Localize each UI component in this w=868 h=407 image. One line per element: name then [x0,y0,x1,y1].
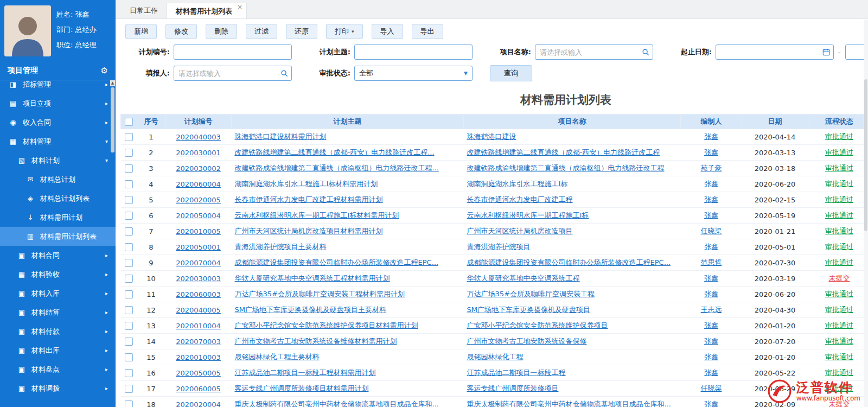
toolbar-button-export[interactable]: 导出 [412,24,443,39]
tab-0[interactable]: 日常工作 [121,3,167,18]
plan-topic-link[interactable]: SM广场地下车库更换摄像机及硬盘项目主要材料 [235,306,386,314]
sidebar-scrollbar-thumb[interactable] [111,87,114,152]
toolbar-button-delete[interactable]: 删除 [206,24,237,39]
plan-topic-link[interactable]: 广州市天河区统计局机房改造项目材料需用计划 [235,227,383,235]
search-icon[interactable] [280,69,288,77]
author-link[interactable]: 王志远 [701,306,722,314]
search-icon[interactable] [642,48,649,56]
project-name-link[interactable]: 珠海鹤港口建设 [467,132,516,141]
sidebar-item-8[interactable]: ▥材料需用计划列表 [0,227,116,246]
column-header-6[interactable]: 流程状态 [808,115,868,129]
project-name-link[interactable]: 广州市天河区统计局机房改造项目 [467,227,573,235]
plan-topic-link[interactable]: 珠海鹤港口建设材料需用计划 [235,132,327,141]
author-link[interactable]: 张鑫 [704,368,718,377]
sidebar-item-7[interactable]: ↓材料需用计划 [0,208,116,227]
row-checkbox[interactable] [125,369,133,377]
sidebar-item-15[interactable]: ▣材料盘点▸ [0,360,116,379]
plan-topic-link[interactable]: 改建铁路成渝线增建第二直通线（成渝枢纽）电力线路迁改工程... [235,164,439,172]
plan-no-link[interactable]: 2020030002 [176,164,221,173]
plan-no-link[interactable]: 2020060003 [176,290,221,298]
column-header-5[interactable]: 日期 [742,115,808,129]
project-name-link[interactable]: 华软大厦研究基地中央空调系统工程 [467,274,580,282]
query-button[interactable]: 查询 [490,65,532,81]
project-name-link[interactable]: 长春市伊通河水力发电厂改建工程 [467,195,573,204]
author-link[interactable]: 张鑫 [704,400,718,407]
row-checkbox[interactable] [125,353,133,361]
plan-no-link[interactable]: 2020040005 [176,306,221,314]
row-checkbox[interactable] [125,400,133,407]
author-link[interactable]: 张鑫 [704,211,718,219]
select-all-checkbox[interactable] [125,118,133,126]
column-header-2[interactable]: 计划主题 [232,115,464,129]
plan-no-link[interactable]: 2020040003 [176,133,221,141]
plan-no-link[interactable]: 2020060004 [176,180,221,188]
project-name-link[interactable]: 湖南洞庭湖水库引水工程施工Ⅰ标 [467,180,568,188]
scroll-up-icon[interactable]: ▲ [110,80,115,86]
plan-topic-link[interactable]: 江苏成品油二期项目一标段工程材料需用计划 [235,368,376,377]
status-link[interactable]: 审批通过 [825,211,853,219]
plan-topic-link[interactable]: 长春市伊通河水力发电厂改建工程材料需用计划 [235,195,383,204]
toolbar-button-print[interactable]: 打印▾ [326,24,363,39]
row-checkbox[interactable] [125,338,133,346]
date-from-input[interactable] [716,44,834,60]
status-link[interactable]: 审批通过 [825,306,853,314]
plan-topic-link[interactable]: 成都能源建设集团投资有限公司临时办公场所装修改造工程EPC... [235,258,439,266]
author-link[interactable]: 张鑫 [704,132,718,141]
plan-topic-link[interactable]: 青海洪湖养护院项目主要材料 [235,243,327,251]
sidebar-item-0[interactable]: ◨招标管理▸ [0,75,116,94]
row-checkbox[interactable] [125,180,133,188]
plan-topic-link[interactable]: 重庆太极制药有限公司亳州中药材仓储物流基地项目成品仓库和... [235,400,439,407]
status-link[interactable]: 审批通过 [825,258,853,266]
sidebar-item-11[interactable]: ▣材料入库▸ [0,284,116,303]
plan-topic-link[interactable]: 华软大厦研究基地中央空调系统工程材料需用计划 [235,274,390,282]
project-name-link[interactable]: 重庆太极制药有限公司亳州中药材仓储物流基地项目成品仓库和... [467,400,671,407]
author-link[interactable]: 张鑫 [704,353,718,361]
row-checkbox[interactable] [125,290,133,298]
plan-topic-link[interactable]: 客运专线广州调度所装修项目材料需用计划 [235,384,369,392]
gear-icon[interactable]: ⚙ [101,66,108,75]
author-link[interactable]: 张鑫 [704,290,718,298]
status-link[interactable]: 审批通过 [825,148,853,156]
plan-no-link[interactable]: 2020070003 [176,338,221,346]
project-name-input[interactable] [535,44,653,60]
reporter-input[interactable] [174,66,292,81]
project-name-link[interactable]: 客运专线广州调度所装修项目 [467,384,559,392]
plan-topic-link[interactable]: 广安邓小平纪念馆安全防范系统维护保养项目材料需用计划 [235,321,418,329]
plan-no-link[interactable]: 2020060005 [176,385,221,393]
plan-no-link[interactable]: 2020070004 [176,259,221,267]
main-scrollbar[interactable] [864,20,868,407]
status-link[interactable]: 审批通过 [825,368,853,377]
row-checkbox[interactable] [125,164,133,173]
row-checkbox[interactable] [125,133,133,141]
column-header-1[interactable]: 计划编号 [165,115,232,129]
project-name-link[interactable]: 青海洪湖养护院项目 [467,243,531,251]
sidebar-scrollbar[interactable]: ▲ [110,80,115,407]
author-link[interactable]: 范思哲 [701,258,722,266]
status-link[interactable]: 审批通过 [825,290,853,298]
sidebar-item-2[interactable]: ◉收入合同▸ [0,113,116,132]
tab-1[interactable]: 材料需用计划列表× [167,3,247,18]
sidebar-item-14[interactable]: ▣材料出库▸ [0,341,116,360]
author-link[interactable]: 苑子豪 [701,164,722,172]
plan-topic-link[interactable]: 云南水利枢纽潜明水库一期工程施工Ⅰ标材料需用计划 [235,211,399,219]
row-checkbox[interactable] [125,243,133,251]
column-header-4[interactable]: 编制人 [681,115,742,129]
sidebar-item-12[interactable]: ▣材料结算▸ [0,303,116,322]
column-header-0[interactable]: 序号 [137,115,165,129]
status-link[interactable]: 审批通过 [825,164,853,172]
row-checkbox[interactable] [125,212,133,220]
plan-topic-input[interactable] [354,44,473,60]
project-name-link[interactable]: 广州市文物考古工地安防系统设备保修 [467,337,587,345]
sidebar-item-5[interactable]: ✉材料总计划 [0,170,116,189]
project-name-link[interactable]: 晟铭园林绿化工程 [467,353,524,361]
status-link[interactable]: 审批通过 [825,180,853,188]
row-checkbox[interactable] [125,306,133,314]
plan-topic-link[interactable]: 改建铁路线增建第二线直通线（成都-西安）电力线路迁改工程... [235,148,435,156]
status-link[interactable]: 审批通过 [825,132,853,141]
status-link[interactable]: 审批通过 [825,243,853,251]
project-name-link[interactable]: 云南水利枢纽潜明水库一期工程施工Ⅰ标 [467,211,589,219]
plan-topic-link[interactable]: 晟铭园林绿化工程主要材料 [235,353,320,361]
plan-no-link[interactable]: 2020030003 [176,275,221,283]
sidebar-item-13[interactable]: ▣材料付款▸ [0,322,116,341]
author-link[interactable]: 任晓渠 [701,384,722,392]
